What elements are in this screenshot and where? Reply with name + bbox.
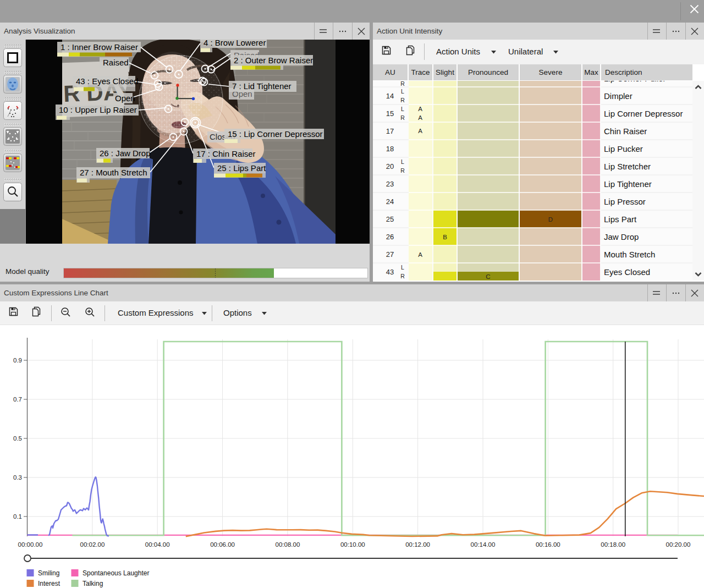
svg-text:15: 15 xyxy=(386,109,394,118)
svg-text:17 : Chin Raiser: 17 : Chin Raiser xyxy=(196,149,256,158)
svg-text:L: L xyxy=(401,158,404,165)
svg-text:Smiling: Smiling xyxy=(38,569,59,577)
svg-text:R: R xyxy=(400,97,405,103)
svg-text:D: D xyxy=(548,216,553,223)
svg-text:Interest: Interest xyxy=(38,580,61,587)
svg-text:Lip Stretcher: Lip Stretcher xyxy=(604,162,651,171)
svg-text:R: R xyxy=(400,114,405,121)
svg-text:L: L xyxy=(401,264,404,271)
svg-text:00:02.00: 00:02.00 xyxy=(80,541,105,548)
svg-text:Lips Part: Lips Part xyxy=(604,215,637,224)
svg-text:24: 24 xyxy=(386,197,394,206)
svg-text:R: R xyxy=(400,167,405,174)
svg-text:A: A xyxy=(418,106,422,112)
svg-text:Spontaneous Laughter: Spontaneous Laughter xyxy=(82,569,149,577)
svg-text:0.9: 0.9 xyxy=(13,357,22,364)
svg-text:Mouth Stretch: Mouth Stretch xyxy=(604,250,655,259)
svg-text:A: A xyxy=(418,251,422,258)
svg-text:00:00.00: 00:00.00 xyxy=(18,541,43,548)
svg-text:00:14.00: 00:14.00 xyxy=(471,541,496,548)
svg-text:L: L xyxy=(401,106,404,112)
svg-text:14: 14 xyxy=(386,92,394,100)
svg-text:00:18.00: 00:18.00 xyxy=(601,541,625,548)
svg-text:27: 27 xyxy=(386,250,394,259)
svg-text:00:04.00: 00:04.00 xyxy=(145,541,170,548)
svg-text:20: 20 xyxy=(386,162,394,171)
svg-text:R: R xyxy=(400,81,405,87)
svg-text:00:10.00: 00:10.00 xyxy=(340,541,365,548)
svg-text:Eyes Closed: Eyes Closed xyxy=(604,267,650,277)
svg-text:0.1: 0.1 xyxy=(13,513,22,520)
svg-text:Lip Tightener: Lip Tightener xyxy=(604,179,652,189)
svg-text:26: 26 xyxy=(386,233,394,241)
svg-text:R: R xyxy=(400,273,405,279)
svg-text:0.5: 0.5 xyxy=(13,435,22,442)
svg-text:43: 43 xyxy=(386,268,394,276)
svg-text:L: L xyxy=(401,88,404,95)
svg-text:7 : Lid Tightener: 7 : Lid Tightener xyxy=(232,81,292,91)
svg-text:Lip Corner Puller: Lip Corner Puller xyxy=(604,81,666,83)
svg-text:27 : Mouth Stretch: 27 : Mouth Stretch xyxy=(80,168,147,177)
svg-text:Open: Open xyxy=(115,94,135,103)
svg-text:B: B xyxy=(443,234,447,240)
svg-text:15 : Lip Corner Depressor: 15 : Lip Corner Depressor xyxy=(228,129,323,139)
svg-text:43 : Eyes Closed: 43 : Eyes Closed xyxy=(76,76,138,86)
svg-text:Talking: Talking xyxy=(82,580,103,587)
svg-text:1 : Inner Brow Raiser: 1 : Inner Brow Raiser xyxy=(61,42,138,52)
svg-text:2 : Outer Brow Raiser: 2 : Outer Brow Raiser xyxy=(234,56,313,65)
svg-text:C: C xyxy=(486,273,490,280)
svg-text:0.3: 0.3 xyxy=(13,474,22,481)
svg-text:25: 25 xyxy=(386,215,394,223)
svg-text:Lip Pucker: Lip Pucker xyxy=(604,144,643,153)
svg-text:Chin Raiser: Chin Raiser xyxy=(604,127,647,136)
svg-text:Lip Corner Depressor: Lip Corner Depressor xyxy=(604,109,683,118)
svg-text:00:20.00: 00:20.00 xyxy=(666,541,691,548)
svg-text:Raised: Raised xyxy=(103,58,129,67)
svg-text:Jaw Drop: Jaw Drop xyxy=(604,232,639,241)
svg-text:Lip Pressor: Lip Pressor xyxy=(604,197,646,206)
svg-text:26 : Jaw Drop: 26 : Jaw Drop xyxy=(100,149,151,158)
svg-text:25 : Lips Part: 25 : Lips Part xyxy=(217,163,266,173)
svg-text:A: A xyxy=(418,114,422,121)
svg-text:4 : Brow Lowerer: 4 : Brow Lowerer xyxy=(204,40,266,47)
svg-text:00:06.00: 00:06.00 xyxy=(210,541,235,548)
svg-text:00:08.00: 00:08.00 xyxy=(276,541,300,548)
svg-text:17: 17 xyxy=(386,127,394,135)
svg-text:23: 23 xyxy=(386,180,394,188)
svg-text:10 : Upper Lip Raiser: 10 : Upper Lip Raiser xyxy=(59,105,137,114)
svg-text:A: A xyxy=(418,128,422,134)
svg-text:00:16.00: 00:16.00 xyxy=(536,541,560,548)
svg-text:18: 18 xyxy=(386,145,394,153)
svg-text:Dimpler: Dimpler xyxy=(604,91,632,101)
svg-text:00:12.00: 00:12.00 xyxy=(405,541,430,548)
svg-text:0.7: 0.7 xyxy=(13,396,22,403)
